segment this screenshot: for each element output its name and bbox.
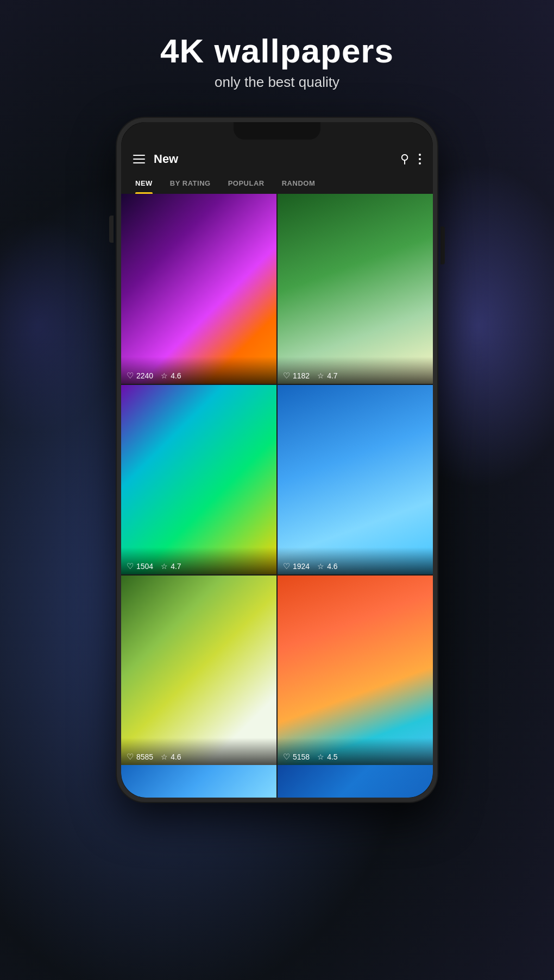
header-section: 4K wallpapers only the best quality xyxy=(160,33,394,91)
likes-count-3: 1504 xyxy=(136,562,153,571)
more-options-icon[interactable] xyxy=(419,154,421,165)
wp-stats-6: ♡ 5158 ☆ 4.5 xyxy=(283,752,427,762)
tab-popular[interactable]: POPULAR xyxy=(219,173,273,194)
phone-frame: New ⚲ NEW BY RATING POPULAR RANDOM xyxy=(117,118,437,802)
star-icon-2: ☆ xyxy=(317,371,324,380)
wallpaper-overlay-6: ♡ 5158 ☆ 4.5 xyxy=(278,738,433,765)
phone-mockup: New ⚲ NEW BY RATING POPULAR RANDOM xyxy=(117,118,437,802)
likes-count-2: 1182 xyxy=(293,371,310,380)
app-bar: New ⚲ xyxy=(121,122,433,173)
partial-item-1[interactable] xyxy=(121,765,276,798)
wp-stats-4: ♡ 1924 ☆ 4.6 xyxy=(283,561,427,571)
wallpaper-overlay-1: ♡ 2240 ☆ 4.6 xyxy=(121,357,276,384)
search-icon[interactable]: ⚲ xyxy=(400,152,409,166)
likes-6: ♡ 5158 xyxy=(283,752,310,762)
wp-stats-2: ♡ 1182 ☆ 4.7 xyxy=(283,371,427,381)
wp-stats-3: ♡ 1504 ☆ 4.7 xyxy=(127,561,271,571)
heart-icon-5: ♡ xyxy=(127,752,134,762)
star-icon-4: ☆ xyxy=(317,562,324,571)
wallpaper-item-2[interactable]: ♡ 1182 ☆ 4.7 xyxy=(278,194,433,383)
partial-row xyxy=(121,765,433,798)
likes-5: ♡ 8585 xyxy=(127,752,153,762)
heart-icon-3: ♡ xyxy=(127,561,134,571)
rating-6: ☆ 4.5 xyxy=(317,753,337,761)
rating-value-4: 4.6 xyxy=(327,562,337,571)
phone-screen: New ⚲ NEW BY RATING POPULAR RANDOM xyxy=(121,122,433,798)
wp-stats-1: ♡ 2240 ☆ 4.6 xyxy=(127,371,271,381)
rating-4: ☆ 4.6 xyxy=(317,562,337,571)
rating-3: ☆ 4.7 xyxy=(161,562,181,571)
rating-5: ☆ 4.6 xyxy=(161,753,181,761)
likes-count-5: 8585 xyxy=(136,753,153,761)
wallpaper-item-4[interactable]: ♡ 1924 ☆ 4.6 xyxy=(278,385,433,574)
wallpaper-overlay-5: ♡ 8585 ☆ 4.6 xyxy=(121,738,276,765)
wallpaper-item-3[interactable]: ♡ 1504 ☆ 4.7 xyxy=(121,385,276,574)
likes-4: ♡ 1924 xyxy=(283,561,310,571)
wallpaper-overlay-3: ♡ 1504 ☆ 4.7 xyxy=(121,547,276,574)
rating-value-2: 4.7 xyxy=(327,371,337,380)
rating-value-6: 4.5 xyxy=(327,753,337,761)
tab-random[interactable]: RANDOM xyxy=(273,173,324,194)
star-icon-5: ☆ xyxy=(161,753,168,761)
heart-icon-1: ♡ xyxy=(127,371,134,381)
tab-by-rating[interactable]: BY RATING xyxy=(161,173,219,194)
tab-new[interactable]: NEW xyxy=(127,173,161,194)
rating-2: ☆ 4.7 xyxy=(317,371,337,380)
tabs-bar: NEW BY RATING POPULAR RANDOM xyxy=(121,173,433,194)
heart-icon-4: ♡ xyxy=(283,561,290,571)
likes-count-1: 2240 xyxy=(136,371,153,380)
star-icon-6: ☆ xyxy=(317,753,324,761)
rating-value-5: 4.6 xyxy=(171,753,181,761)
likes-count-6: 5158 xyxy=(293,753,310,761)
rating-value-3: 4.7 xyxy=(171,562,181,571)
likes-2: ♡ 1182 xyxy=(283,371,310,381)
wallpaper-overlay-4: ♡ 1924 ☆ 4.6 xyxy=(278,547,433,574)
partial-item-2[interactable] xyxy=(278,765,433,798)
wallpaper-item-5[interactable]: ♡ 8585 ☆ 4.6 xyxy=(121,576,276,765)
star-icon-1: ☆ xyxy=(161,371,168,380)
rating-value-1: 4.6 xyxy=(171,371,181,380)
likes-count-4: 1924 xyxy=(293,562,310,571)
heart-icon-2: ♡ xyxy=(283,371,290,381)
hamburger-icon[interactable] xyxy=(133,155,145,163)
app-bar-actions: ⚲ xyxy=(400,152,421,166)
wp-stats-5: ♡ 8585 ☆ 4.6 xyxy=(127,752,271,762)
main-title: 4K wallpapers xyxy=(160,33,394,69)
app-title: New xyxy=(154,152,392,166)
wallpaper-overlay-2: ♡ 1182 ☆ 4.7 xyxy=(278,357,433,384)
sub-title: only the best quality xyxy=(160,74,394,91)
likes-1: ♡ 2240 xyxy=(127,371,153,381)
rating-1: ☆ 4.6 xyxy=(161,371,181,380)
likes-3: ♡ 1504 xyxy=(127,561,153,571)
wallpaper-item-1[interactable]: ♡ 2240 ☆ 4.6 xyxy=(121,194,276,383)
wallpaper-grid: ♡ 2240 ☆ 4.6 xyxy=(121,194,433,765)
star-icon-3: ☆ xyxy=(161,562,168,571)
wallpaper-item-6[interactable]: ♡ 5158 ☆ 4.5 xyxy=(278,576,433,765)
heart-icon-6: ♡ xyxy=(283,752,290,762)
